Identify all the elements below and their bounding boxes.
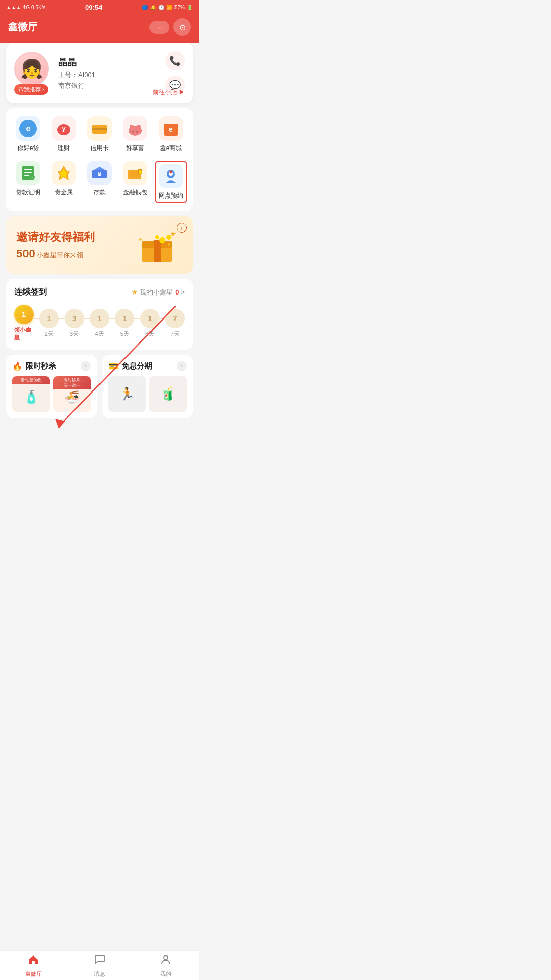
phone-button[interactable]: 📞 <box>165 51 185 70</box>
more-dots: ··· <box>157 23 162 31</box>
grid-item-deposit[interactable]: ¥ 存款 <box>83 161 116 203</box>
installment-header: 💳 免息分期 › <box>108 361 187 371</box>
svg-point-36 <box>159 237 165 243</box>
day-4-label: 4天 <box>95 330 104 338</box>
installment-img-1[interactable]: 🏃 <box>108 376 146 412</box>
status-right: 🔵 🔔 🕐 📶 57% 🔋 <box>142 5 193 10</box>
bluetooth-icon: 🔵 <box>142 5 148 10</box>
nihao-loan-icon: e <box>16 116 40 141</box>
checkin-day-7[interactable]: 7 7天 <box>165 309 185 338</box>
status-time: 09:54 <box>85 4 102 11</box>
grid-item-branch-appt[interactable]: 网点预约 <box>155 161 187 203</box>
grid-item-precious-metal[interactable]: 贵金属 <box>47 161 80 203</box>
goto-shop-link[interactable]: 前往小店 ▶ <box>153 88 185 97</box>
checkin-stars[interactable]: ★ 我的小鑫星 0 > <box>132 288 185 297</box>
grid-item-loan-cert[interactable]: ✓ 贷款证明 <box>12 161 44 203</box>
profile-info: 晶晶 工号：AI001 南京银行 <box>58 56 165 90</box>
checkin-day-5[interactable]: 1 5天 <box>115 309 134 338</box>
day-connector-3 <box>84 318 90 319</box>
svg-point-38 <box>155 235 159 239</box>
deposit-icon: ¥ <box>87 161 112 185</box>
flash-sale-img-2[interactable]: 限时秒杀买一送一 🍜 <box>53 376 91 412</box>
clock-icon: 🕐 <box>158 5 164 10</box>
day-1-label: 领小鑫星 <box>14 326 34 341</box>
banner-title: 邀请好友得福利 <box>16 230 132 245</box>
installment-images: 🏃 🧃 <box>108 376 187 412</box>
svg-text:★: ★ <box>138 237 143 242</box>
banner-text: 邀请好友得福利 500 小鑫星等你来领 <box>16 230 132 260</box>
avatar-wrap: 👧 帮我推荐 › <box>14 52 51 95</box>
checkin-header: 连续签到 ★ 我的小鑫星 0 > <box>14 287 185 298</box>
day-circle-6: 1 <box>140 309 160 328</box>
grid-row-1: e 你好e贷 ¥ 理财 信用卡 好享富 <box>10 116 189 153</box>
svg-rect-5 <box>92 128 107 130</box>
svg-point-26 <box>139 170 142 174</box>
svg-text:¥: ¥ <box>62 126 66 134</box>
profile-id: 工号：AI001 <box>58 70 165 80</box>
installment-title: 免息分期 <box>121 361 152 371</box>
installment-arrow[interactable]: › <box>177 361 187 371</box>
flash-sale-arrow[interactable]: › <box>81 361 91 371</box>
xin-mall-label: 鑫e商城 <box>160 144 182 153</box>
flash-sale-icon: 🔥 <box>12 361 22 371</box>
header-actions: ··· ⊙ <box>149 18 191 36</box>
installment-img-2[interactable]: 🧃 <box>149 376 187 412</box>
svg-text:¥: ¥ <box>98 171 102 177</box>
header-title: 鑫微厅 <box>8 20 37 34</box>
scan-icon: ⊙ <box>179 22 186 32</box>
day-connector-1 <box>34 318 39 319</box>
nihao-loan-label: 你好e贷 <box>17 144 39 153</box>
grid-section: e 你好e贷 ¥ 理财 信用卡 好享富 <box>6 108 193 211</box>
scan-button[interactable]: ⊙ <box>173 18 191 36</box>
grid-item-nihao-loan[interactable]: e 你好e贷 <box>12 116 44 153</box>
svg-rect-32 <box>154 240 161 262</box>
checkin-days: 1 领小鑫星 1 2天 3 3天 1 4天 1 5天 <box>14 305 185 341</box>
profile-name: 晶晶 <box>58 56 165 68</box>
checkin-day-1[interactable]: 1 领小鑫星 <box>14 305 34 341</box>
grid-item-wealth[interactable]: ¥ 理财 <box>47 116 80 153</box>
branch-appt-icon <box>159 164 183 188</box>
svg-point-7 <box>130 125 134 129</box>
checkin-day-4[interactable]: 1 4天 <box>90 309 109 338</box>
fin-wallet-icon <box>123 161 147 185</box>
wifi-icon: 📶 <box>166 5 172 10</box>
battery-pct: 57% <box>174 5 185 10</box>
flash-sale-title: 限时秒杀 <box>26 361 56 371</box>
grid-item-haoxiangfu[interactable]: 好享富 <box>119 116 152 153</box>
svg-point-8 <box>137 125 141 129</box>
svg-marker-40 <box>55 419 65 429</box>
svg-point-29 <box>170 171 172 174</box>
avatar: 👧 <box>14 52 49 86</box>
flash-sale-images: 活性更佳收 🧴 限时秒杀买一送一 🍜 <box>12 376 91 412</box>
svg-text:★: ★ <box>167 242 171 247</box>
alarm-icon: 🔔 <box>150 5 156 10</box>
day-circle-3: 3 <box>65 309 84 328</box>
flash-sale-img-1[interactable]: 活性更佳收 🧴 <box>12 376 50 412</box>
day-circle-7: 7 <box>165 309 185 328</box>
signal-icon: ▲▲▲ <box>6 5 21 10</box>
svg-point-37 <box>166 235 171 240</box>
flash-sale-title-wrap: 🔥 限时秒杀 <box>12 361 56 371</box>
more-button[interactable]: ··· <box>149 21 169 34</box>
day-connector-2 <box>59 318 64 319</box>
day-connector-5 <box>134 318 140 319</box>
loan-cert-icon: ✓ <box>16 161 40 185</box>
checkin-day-3[interactable]: 3 3天 <box>65 309 84 338</box>
svg-text:✓: ✓ <box>31 176 34 179</box>
invite-banner[interactable]: 邀请好友得福利 500 小鑫星等你来领 ★ ★ ★ i <box>6 216 193 274</box>
recommend-button[interactable]: 帮我推荐 › <box>14 84 48 95</box>
grid-item-credit-card[interactable]: 信用卡 <box>83 116 116 153</box>
svg-text:e: e <box>26 124 31 133</box>
checkin-day-2[interactable]: 1 2天 <box>39 309 59 338</box>
haoxiangfu-label: 好享富 <box>126 144 144 153</box>
day-circle-4: 1 <box>90 309 109 328</box>
day-circle-1: 1 <box>14 305 34 324</box>
grid-item-xin-mall[interactable]: e 鑫e商城 <box>155 116 187 153</box>
banner-image: ★ ★ ★ <box>132 225 183 265</box>
credit-card-label: 信用卡 <box>90 144 109 153</box>
checkin-day-6[interactable]: 1 6天 <box>140 309 160 338</box>
svg-text:e: e <box>169 125 173 133</box>
wealth-label: 理财 <box>58 144 70 153</box>
fin-wallet-label: 金融钱包 <box>123 188 147 197</box>
grid-item-fin-wallet[interactable]: 金融钱包 <box>119 161 152 203</box>
